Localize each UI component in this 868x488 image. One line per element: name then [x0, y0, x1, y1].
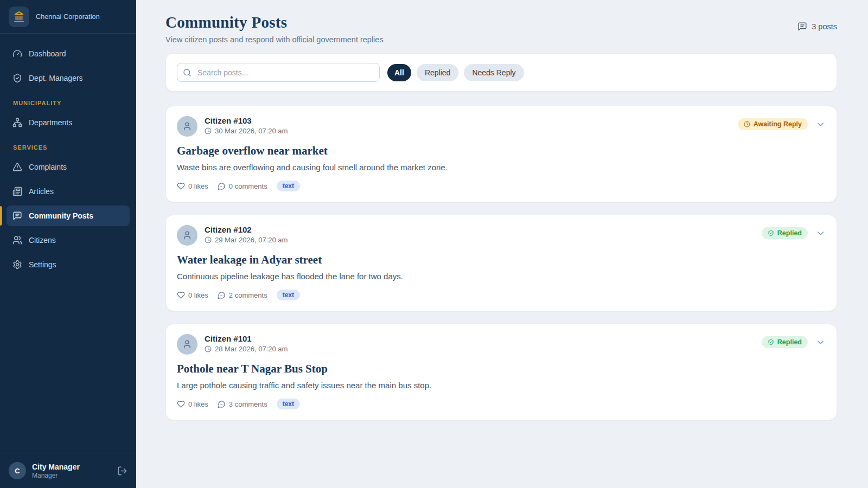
post-type-badge: text	[277, 290, 300, 300]
heart-icon	[177, 400, 185, 408]
toolbar: All Replied Needs Reply	[165, 53, 837, 92]
post-title: Pothole near T Nagar Bus Stop	[177, 362, 826, 376]
sidebar-item-label: Complaints	[29, 163, 67, 171]
likes[interactable]: 0 likes	[177, 291, 208, 299]
post-count: 3 posts	[797, 22, 837, 31]
status-badge: Awaiting Reply	[738, 118, 808, 130]
post-footer: 0 likes 3 comments text	[177, 399, 826, 409]
post-card-header: Citizen #103 30 Mar 2026, 07:20 am Await…	[177, 116, 826, 137]
heart-icon	[177, 291, 185, 299]
logout-icon[interactable]	[117, 466, 127, 476]
sidebar-item-label: Settings	[29, 260, 56, 269]
page-header: Community Posts View citizen posts and r…	[165, 14, 837, 44]
search-icon	[183, 68, 192, 77]
citizen-avatar	[177, 334, 197, 355]
sidebar-item-label: Citizens	[29, 236, 56, 245]
brand-logo	[9, 7, 29, 27]
user-role: Manager	[32, 472, 111, 479]
citizen-avatar	[177, 225, 197, 246]
nav-section-municipality: MUNICIPALITY	[7, 92, 130, 108]
gear-icon	[12, 260, 22, 269]
post-card: Citizen #102 29 Mar 2026, 07:20 am Repli…	[165, 215, 837, 311]
clock-icon	[205, 127, 212, 134]
main-content: Community Posts View citizen posts and r…	[136, 0, 868, 488]
comment-icon	[218, 291, 226, 299]
sidebar-item-articles[interactable]: Articles	[7, 181, 130, 202]
filter-all-button[interactable]: All	[387, 64, 411, 81]
likes[interactable]: 0 likes	[177, 182, 208, 190]
post-date: 29 Mar 2026, 07:20 am	[205, 236, 288, 244]
post-type-badge: text	[277, 181, 300, 191]
likes[interactable]: 0 likes	[177, 400, 208, 408]
post-date: 28 Mar 2026, 07:20 am	[205, 345, 288, 353]
sidebar-item-label: Articles	[29, 187, 54, 196]
sidebar-item-label: Dashboard	[29, 49, 66, 58]
chevron-down-icon[interactable]	[815, 337, 826, 348]
landmark-icon	[13, 11, 25, 23]
post-body: Waste bins are overflowing and causing f…	[177, 163, 826, 172]
sidebar-item-complaints[interactable]: Complaints	[7, 157, 130, 177]
user-name: City Manager	[32, 463, 111, 471]
comment-icon	[218, 400, 226, 408]
page-subtitle: View citizen posts and respond with offi…	[165, 35, 384, 44]
alert-triangle-icon	[12, 162, 22, 172]
clock-icon	[205, 236, 212, 243]
post-author: Citizen #102	[205, 225, 288, 234]
post-body: Large pothole causing traffic and safety…	[177, 381, 826, 390]
post-date: 30 Mar 2026, 07:20 am	[205, 127, 288, 135]
brand-name: Chennai Corporation	[36, 13, 100, 21]
post-title: Water leakage in Adyar street	[177, 253, 826, 267]
chevron-down-icon[interactable]	[815, 119, 826, 130]
comments[interactable]: 2 comments	[218, 291, 267, 299]
post-footer: 0 likes 2 comments text	[177, 290, 826, 300]
heart-icon	[177, 182, 185, 190]
clock-icon	[205, 345, 212, 352]
chevron-down-icon[interactable]	[815, 228, 826, 239]
user-meta: City Manager Manager	[32, 463, 111, 479]
status-badge: Replied	[762, 336, 808, 348]
sidebar-item-label: Community Posts	[29, 211, 93, 220]
sidebar-item-community-posts[interactable]: Community Posts	[7, 206, 130, 226]
sidebar: Chennai Corporation Dashboard Dept. Mana…	[0, 0, 136, 488]
user-section: C City Manager Manager	[0, 453, 136, 488]
post-author: Citizen #103	[205, 116, 288, 125]
shield-check-icon	[768, 230, 774, 236]
sidebar-item-label: Departments	[29, 118, 72, 127]
user-icon	[182, 230, 192, 240]
posts-list: Citizen #103 30 Mar 2026, 07:20 am Await…	[165, 106, 837, 420]
shield-check-icon	[768, 339, 774, 345]
status-badge: Replied	[762, 227, 808, 239]
gauge-icon	[12, 49, 22, 59]
search-box	[177, 63, 380, 82]
sidebar-item-dashboard[interactable]: Dashboard	[7, 43, 130, 64]
comments[interactable]: 0 comments	[218, 182, 267, 190]
user-icon	[182, 121, 192, 131]
user-icon	[182, 339, 192, 349]
filter-replied-button[interactable]: Replied	[417, 64, 458, 81]
message-square-icon	[797, 22, 807, 31]
sidebar-nav: Dashboard Dept. Managers MUNICIPALITY De…	[0, 34, 136, 453]
sidebar-item-label: Dept. Managers	[29, 74, 83, 82]
filter-needs-reply-button[interactable]: Needs Reply	[464, 64, 524, 81]
page-title: Community Posts	[165, 14, 384, 31]
message-square-icon	[12, 211, 22, 221]
search-input[interactable]	[177, 63, 380, 82]
sidebar-item-departments[interactable]: Departments	[7, 112, 130, 133]
post-card-header: Citizen #102 29 Mar 2026, 07:20 am Repli…	[177, 225, 826, 246]
sidebar-item-dept-managers[interactable]: Dept. Managers	[7, 68, 130, 88]
citizen-avatar	[177, 116, 197, 137]
post-card-header: Citizen #101 28 Mar 2026, 07:20 am Repli…	[177, 334, 826, 355]
post-body: Continuous pipeline leakage has flooded …	[177, 272, 826, 281]
newspaper-icon	[12, 187, 22, 196]
comment-icon	[218, 182, 226, 190]
sidebar-item-citizens[interactable]: Citizens	[7, 230, 130, 251]
shield-check-icon	[12, 73, 22, 83]
sidebar-item-settings[interactable]: Settings	[7, 254, 130, 275]
nav-section-services: SERVICES	[7, 137, 130, 153]
post-author: Citizen #101	[205, 334, 288, 343]
post-card: Citizen #103 30 Mar 2026, 07:20 am Await…	[165, 106, 837, 202]
clock-icon	[744, 121, 750, 127]
comments[interactable]: 3 comments	[218, 400, 267, 408]
post-title: Garbage overflow near market	[177, 144, 826, 158]
post-footer: 0 likes 0 comments text	[177, 181, 826, 191]
